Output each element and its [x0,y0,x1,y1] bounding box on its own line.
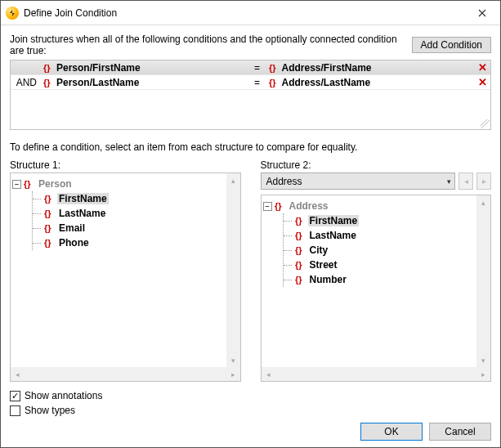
svg-text:{}: {} [44,238,51,248]
condition-operator: AND [11,77,40,88]
braces-icon: {} [44,194,54,204]
chevron-down-icon: ▾ [447,177,451,186]
structure1-tree[interactable]: − {} Person {}FirstName {}LastName {}Ema… [10,172,241,382]
braces-icon: {} [275,201,284,211]
braces-icon: {} [295,231,305,240]
ok-button[interactable]: OK [360,423,423,441]
svg-text:{}: {} [275,201,282,211]
structure1-label: Structure 1: [10,159,241,171]
equals-sign: = [249,62,266,74]
svg-text:{}: {} [44,223,51,233]
braces-icon: {} [24,179,34,189]
svg-text:{}: {} [295,231,302,240]
braces-icon: {} [44,238,54,248]
tree-item[interactable]: {}Number [295,272,490,287]
braces-icon: {} [44,208,54,218]
condition-row[interactable]: AND {} Person/LastName = {} Address/Last… [11,75,490,90]
svg-text:{}: {} [295,260,302,270]
scroll-right-button[interactable]: ▸ [476,367,490,381]
braces-icon: {} [269,63,279,73]
condition-right: Address/LastName [282,77,371,88]
tree-root[interactable]: {} Person [24,177,239,191]
svg-text:{}: {} [44,194,51,204]
equals-sign: = [249,77,266,88]
tree-root[interactable]: {} Address [275,199,490,213]
tree-item[interactable]: {}LastName [44,206,239,221]
braces-icon: {} [295,216,305,226]
hint-text: To define a condition, select an item fr… [10,141,491,153]
checkbox-label: Show types [25,405,75,416]
delete-condition-button[interactable]: ✕ [478,77,487,87]
tree-item[interactable]: {}Email [44,221,239,235]
scroll-up-button[interactable]: ▴ [476,195,490,209]
resize-grip-icon[interactable] [481,119,490,128]
scroll-left-button[interactable]: ◂ [11,367,25,381]
dropdown-value: Address [266,176,302,187]
collapse-icon[interactable]: − [263,202,272,211]
next-structure-button[interactable]: ▸ [476,172,491,190]
braces-icon: {} [43,63,53,73]
structure2-dropdown[interactable]: Address ▾ [261,172,456,190]
prev-structure-button[interactable]: ◂ [459,172,473,190]
checkbox-icon [10,405,20,416]
svg-text:{}: {} [24,179,31,189]
condition-left: Person/LastName [56,77,139,88]
tree-item[interactable]: {}LastName [295,228,490,243]
conditions-grid[interactable]: {} Person/FirstName = {} Address/FirstNa… [10,60,491,130]
tree-item[interactable]: {}Street [295,258,490,272]
condition-left: Person/FirstName [56,62,141,74]
show-annotations-checkbox[interactable]: ✓ Show annotations [10,390,491,401]
tree-item[interactable]: {}FirstName [44,191,239,206]
condition-row[interactable]: {} Person/FirstName = {} Address/FirstNa… [11,60,490,75]
svg-text:{}: {} [43,78,51,87]
braces-icon: {} [295,260,305,270]
structure2-tree[interactable]: − {} Address {}FirstName {}LastName {}Ci… [261,195,492,382]
scroll-down-button[interactable]: ▾ [226,353,240,367]
svg-text:{}: {} [295,216,302,226]
scroll-up-button[interactable]: ▴ [226,173,240,187]
intro-text: Join structures when all of the followin… [10,34,405,56]
svg-text:{}: {} [295,245,302,255]
checkbox-label: Show annotations [25,390,102,401]
app-icon [6,7,19,20]
svg-text:{}: {} [44,208,51,218]
scroll-right-button[interactable]: ▸ [226,367,240,381]
braces-icon: {} [43,78,53,87]
condition-right: Address/FirstName [282,62,372,74]
tree-item[interactable]: {}FirstName [295,213,490,228]
delete-condition-button[interactable]: ✕ [478,62,487,73]
braces-icon: {} [269,78,279,87]
svg-text:{}: {} [269,78,276,87]
close-button[interactable] [463,1,500,25]
cancel-button[interactable]: Cancel [429,423,491,441]
show-types-checkbox[interactable]: Show types [10,405,491,416]
tree-item[interactable]: {}Phone [44,235,239,250]
svg-text:{}: {} [295,275,302,284]
braces-icon: {} [44,223,54,233]
checkbox-icon: ✓ [10,391,20,401]
svg-text:{}: {} [269,63,276,73]
structure2-label: Structure 2: [261,159,492,171]
add-condition-button[interactable]: Add Condition [412,37,491,53]
collapse-icon[interactable]: − [12,180,21,189]
tree-item[interactable]: {}City [295,243,490,258]
svg-text:{}: {} [43,63,51,73]
braces-icon: {} [295,275,305,284]
scroll-left-button[interactable]: ◂ [262,367,275,381]
braces-icon: {} [295,245,305,255]
scroll-down-button[interactable]: ▾ [476,353,490,367]
window-title: Define Join Condition [24,7,463,19]
